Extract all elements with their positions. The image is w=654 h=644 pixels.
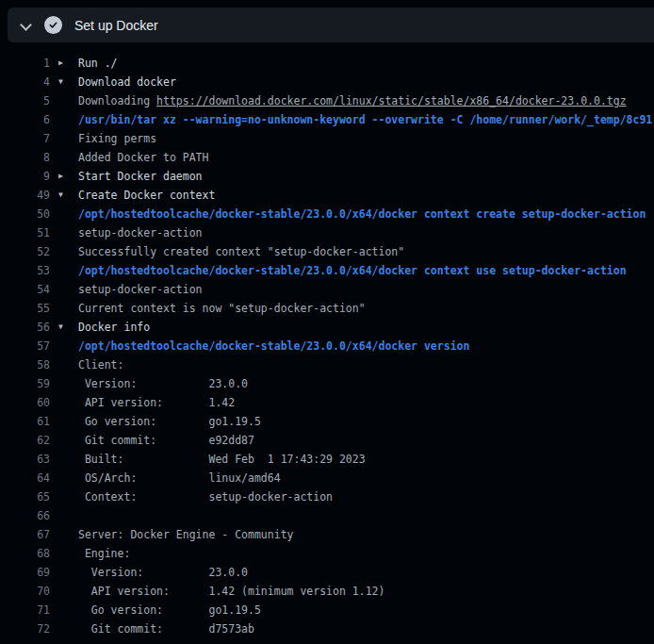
- log-line: 68 Engine:: [0, 544, 654, 563]
- log-link[interactable]: https://download.docker.com/linux/static…: [156, 94, 627, 107]
- line-number[interactable]: 5: [0, 91, 50, 110]
- log-line: 1▶Run ./: [0, 54, 654, 73]
- log-text: Context: setup-docker-action: [78, 490, 333, 504]
- line-number[interactable]: 58: [0, 355, 50, 374]
- log-command-text: /usr/bin/tar xz --warning=no-unknown-key…: [78, 113, 652, 126]
- log-line: 52Successfully created context "setup-do…: [0, 242, 654, 261]
- line-number[interactable]: 62: [0, 431, 50, 450]
- group-toggle[interactable]: ▼Docker info: [78, 318, 150, 337]
- log-command-text: /opt/hostedtoolcache/docker-stable/23.0.…: [78, 207, 646, 221]
- log-line: 6/usr/bin/tar xz --warning=no-unknown-ke…: [0, 110, 654, 129]
- log-line: 7Fixing perms: [0, 129, 654, 148]
- group-toggle[interactable]: ▶Start Docker daemon: [78, 167, 203, 186]
- line-number[interactable]: 67: [0, 525, 50, 544]
- log-line: 65 Context: setup-docker-action: [0, 487, 654, 506]
- line-number[interactable]: 7: [0, 129, 50, 148]
- triangle-right-icon[interactable]: ▶: [58, 167, 63, 186]
- line-number[interactable]: 69: [0, 563, 50, 582]
- line-number[interactable]: 65: [0, 487, 50, 506]
- log-text: Added Docker to PATH: [78, 151, 208, 164]
- log-line: 8Added Docker to PATH: [0, 148, 654, 167]
- line-number[interactable]: 55: [0, 299, 50, 318]
- line-number[interactable]: 52: [0, 242, 50, 261]
- log-line: 55Current context is now "setup-docker-a…: [0, 299, 654, 318]
- line-number[interactable]: 9: [0, 167, 50, 186]
- line-number[interactable]: 59: [0, 374, 50, 393]
- log-lines: 1▶Run ./4▼Download docker5Downloading ht…: [0, 54, 654, 638]
- group-label: Create Docker context: [78, 189, 215, 202]
- log-text: Downloading: [78, 94, 156, 107]
- group-label: Docker info: [78, 321, 150, 334]
- log-line: 59 Version: 23.0.0: [0, 374, 654, 393]
- log-line: 66: [0, 506, 654, 525]
- log-command-text: /opt/hostedtoolcache/docker-stable/23.0.…: [78, 264, 627, 277]
- log-text: Server: Docker Engine - Community: [78, 528, 293, 541]
- actions-log-viewer: Set up Docker 1▶Run ./4▼Download docker5…: [0, 0, 654, 644]
- triangle-down-icon[interactable]: ▼: [58, 186, 63, 205]
- line-number[interactable]: 64: [0, 469, 50, 487]
- log-text: Version: 23.0.0: [78, 566, 248, 579]
- log-line: 64 OS/Arch: linux/amd64: [0, 469, 654, 487]
- line-number[interactable]: 72: [0, 619, 50, 638]
- log-line: 5Downloading https://download.docker.com…: [0, 91, 654, 110]
- log-line: 60 API version: 1.42: [0, 393, 654, 412]
- triangle-down-icon[interactable]: ▼: [58, 73, 63, 91]
- line-number[interactable]: 66: [0, 506, 50, 525]
- triangle-down-icon[interactable]: ▼: [58, 318, 63, 337]
- log-line: 56▼Docker info: [0, 318, 654, 337]
- step-header[interactable]: Set up Docker: [8, 8, 654, 42]
- line-number[interactable]: 71: [0, 601, 50, 619]
- log-text: Go version: go1.19.5: [78, 603, 261, 617]
- log-text: API version: 1.42: [78, 396, 235, 409]
- line-number[interactable]: 60: [0, 393, 50, 412]
- log-line: 54setup-docker-action: [0, 280, 654, 299]
- group-label: Run ./: [78, 57, 118, 70]
- group-toggle[interactable]: ▼Download docker: [78, 73, 176, 91]
- group-label: Start Docker daemon: [78, 170, 203, 183]
- group-label: Download docker: [78, 75, 176, 89]
- line-number[interactable]: 6: [0, 110, 50, 129]
- log-line: 53/opt/hostedtoolcache/docker-stable/23.…: [0, 261, 654, 280]
- line-number[interactable]: 70: [0, 582, 50, 601]
- line-number[interactable]: 51: [0, 223, 50, 242]
- log-text: Engine:: [78, 547, 130, 560]
- line-number[interactable]: 68: [0, 544, 50, 563]
- log-line: 57/opt/hostedtoolcache/docker-stable/23.…: [0, 337, 654, 355]
- line-number[interactable]: 8: [0, 148, 50, 167]
- chevron-down-icon[interactable]: [19, 19, 32, 32]
- log-text: Git commit: d7573ab: [78, 622, 254, 636]
- group-toggle[interactable]: ▼Create Docker context: [78, 186, 215, 205]
- triangle-right-icon[interactable]: ▶: [58, 54, 63, 73]
- line-number[interactable]: 56: [0, 318, 50, 337]
- line-number[interactable]: 1: [0, 54, 50, 73]
- line-number[interactable]: 4: [0, 73, 50, 91]
- line-number[interactable]: 50: [0, 205, 50, 223]
- log-line: 62 Git commit: e92dd87: [0, 431, 654, 450]
- line-number[interactable]: 49: [0, 186, 50, 205]
- log-text: setup-docker-action: [78, 283, 203, 296]
- log-line: 67Server: Docker Engine - Community: [0, 525, 654, 544]
- log-text: Go version: go1.19.5: [78, 415, 261, 428]
- line-number[interactable]: 54: [0, 280, 50, 299]
- log-text: setup-docker-action: [78, 226, 203, 239]
- log-area: 1▶Run ./4▼Download docker5Downloading ht…: [0, 42, 654, 644]
- log-line: 51setup-docker-action: [0, 223, 654, 242]
- log-line: 9▶Start Docker daemon: [0, 167, 654, 186]
- line-number[interactable]: 53: [0, 261, 50, 280]
- log-line: 63 Built: Wed Feb 1 17:43:29 2023: [0, 450, 654, 469]
- line-number[interactable]: 61: [0, 412, 50, 431]
- log-line: 72 Git commit: d7573ab: [0, 619, 654, 638]
- log-line: 70 API version: 1.42 (minimum version 1.…: [0, 582, 654, 601]
- log-line: 71 Go version: go1.19.5: [0, 601, 654, 619]
- line-number[interactable]: 57: [0, 337, 50, 355]
- log-text: Fixing perms: [78, 132, 156, 145]
- log-text: API version: 1.42 (minimum version 1.12): [78, 585, 384, 598]
- group-toggle[interactable]: ▶Run ./: [78, 54, 118, 73]
- log-text: Version: 23.0.0: [78, 377, 248, 390]
- log-text: Built: Wed Feb 1 17:43:29 2023: [78, 453, 366, 466]
- step-title: Set up Docker: [74, 18, 158, 33]
- log-text: Git commit: e92dd87: [78, 434, 254, 447]
- line-number[interactable]: 63: [0, 450, 50, 469]
- log-line: 69 Version: 23.0.0: [0, 563, 654, 582]
- success-check-icon: [44, 16, 62, 34]
